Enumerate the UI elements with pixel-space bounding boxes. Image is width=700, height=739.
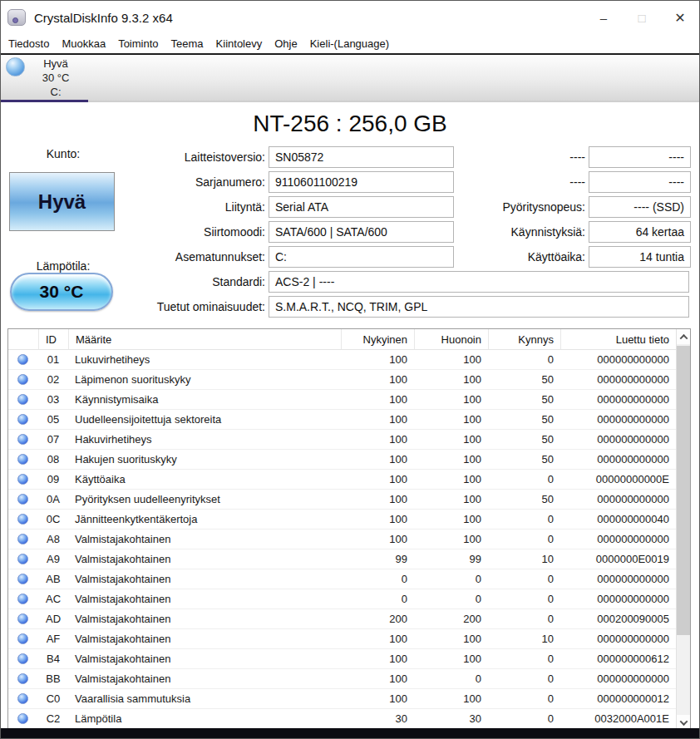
attribute-orb-icon-cell (8, 394, 38, 405)
cell-worst: 100 (414, 373, 488, 386)
cell-raw-value: 000000000000 (560, 493, 690, 505)
cell-worst: 100 (414, 433, 488, 446)
field-rotation-rate-value[interactable]: ---- (SSD) (589, 196, 691, 218)
table-row[interactable]: 02 Läpimenon suorituskyky 100 100 50 000… (8, 370, 690, 390)
cell-raw-value: 000000000000 (560, 633, 690, 645)
field-power-on-count-value[interactable]: 64 kertaa (589, 221, 691, 243)
cell-current: 100 (341, 633, 414, 645)
attribute-orb-icon (17, 354, 28, 365)
table-row[interactable]: 0A Pyörityksen uudelleenyritykset 100 10… (8, 490, 690, 510)
table-row[interactable]: 09 Käyttöaika 100 100 0 00000000000E (8, 470, 690, 490)
field-blank-2-value[interactable]: ---- (589, 171, 691, 193)
cell-current: 100 (341, 513, 414, 525)
close-button[interactable]: ✕ (661, 1, 699, 34)
field-transfer-mode-value[interactable]: SATA/600 | SATA/600 (269, 221, 454, 243)
field-serial: Sarjanumero: 9110601100219 (1, 171, 454, 193)
cell-id: 03 (38, 393, 68, 406)
table-row[interactable]: 05 Uudelleensijoitettuja sektoreita 100 … (8, 410, 690, 430)
field-serial-label: Sarjanumero: (1, 175, 265, 189)
cell-attribute-name: Pyörityksen uudelleenyritykset (68, 493, 341, 505)
attribute-orb-icon-cell (8, 554, 38, 564)
field-standard-label: Standardi: (1, 275, 265, 288)
table-row[interactable]: 03 Käynnistymisaika 100 100 50 000000000… (8, 390, 690, 410)
menu-item-kiintolevy[interactable]: Kiintolevy (216, 37, 263, 50)
field-drive-letter-label: Asematunnukset: (1, 250, 265, 264)
attribute-orb-icon-cell (8, 514, 38, 525)
field-blank-1-label: ---- (466, 150, 585, 164)
table-row[interactable]: A9 Valmistajakohtainen 99 99 10 0000000E… (8, 549, 690, 569)
attribute-orb-icon-cell (8, 633, 38, 644)
table-row[interactable]: C2 Lämpötila 30 30 0 0032000A001E (8, 709, 690, 729)
active-tab-indicator (1, 100, 88, 102)
table-row[interactable]: BB Valmistajakohtainen 100 0 0 000000000… (8, 669, 690, 689)
smart-attribute-table: ID Määrite Nykyinen Huonoin Kynnys Luett… (7, 328, 691, 731)
attribute-orb-icon (17, 494, 28, 505)
menu-item-teema[interactable]: Teema (171, 37, 204, 50)
scrollbar-thumb[interactable] (677, 346, 691, 635)
tab-status: Hyvä (30, 57, 81, 71)
cell-id: 05 (38, 413, 68, 426)
table-row[interactable]: 08 Hakujen suorituskyky 100 100 50 00000… (8, 450, 690, 470)
field-serial-value[interactable]: 9110601100219 (269, 171, 454, 193)
field-firmware-value[interactable]: SN05872 (269, 146, 454, 168)
attribute-orb-icon-cell (8, 374, 38, 385)
drive-tab-text: Hyvä 30 °C C: (30, 57, 81, 101)
header-current: Nykyinen (341, 329, 414, 349)
menu-item-tiedosto[interactable]: Tiedosto (8, 37, 49, 50)
field-interface-value[interactable]: Serial ATA (269, 196, 454, 218)
cell-id: AF (38, 633, 68, 645)
menu-item-ohje[interactable]: Ohje (274, 37, 297, 50)
attribute-orb-icon-cell (8, 454, 38, 465)
menu-item-kieli[interactable]: Kieli-(Language) (310, 37, 389, 50)
field-blank-1-value[interactable]: ---- (589, 146, 691, 168)
menu-item-muokkaa[interactable]: Muokkaa (62, 37, 106, 50)
cell-threshold: 0 (488, 653, 560, 665)
cell-raw-value: 000000000000 (560, 593, 690, 605)
cell-worst: 100 (414, 692, 488, 705)
cell-current: 100 (341, 413, 414, 426)
attribute-orb-icon-cell (8, 414, 38, 425)
scrollbar-up-button[interactable] (677, 329, 691, 344)
table-row[interactable]: AB Valmistajakohtainen 0 0 0 00000000000… (8, 569, 690, 589)
table-row[interactable]: AC Valmistajakohtainen 0 0 0 00000000000… (8, 589, 690, 609)
table-row[interactable]: AF Valmistajakohtainen 100 100 10 000000… (8, 629, 690, 649)
field-standard-value[interactable]: ACS-2 | ---- (269, 271, 689, 293)
cell-threshold: 0 (488, 672, 560, 685)
drive-tab-c[interactable]: Hyvä 30 °C C: (1, 55, 88, 101)
cell-attribute-name: Valmistajakohtainen (68, 653, 341, 665)
cell-worst: 100 (414, 393, 488, 406)
field-transfer-mode-label: Siirtomoodi: (1, 225, 265, 239)
chevron-down-icon (680, 717, 688, 726)
field-power-on-count: Käynnistyksiä: 64 kertaa (466, 221, 691, 243)
cell-worst: 100 (414, 473, 488, 485)
cell-id: 08 (38, 453, 68, 466)
table-vertical-scrollbar[interactable] (676, 329, 690, 730)
table-row[interactable]: 01 Lukuvirhetiheys 100 100 0 00000000000… (8, 350, 690, 370)
table-row[interactable]: AD Valmistajakohtainen 200 200 0 0002000… (8, 609, 690, 629)
maximize-button[interactable]: □ (623, 1, 661, 34)
menu-item-toiminto[interactable]: Toiminto (118, 37, 158, 50)
minimize-button[interactable]: – (584, 1, 623, 34)
table-row[interactable]: 0C Jännitteenkytkentäkertoja 100 100 0 0… (8, 510, 690, 530)
cell-attribute-name: Lukuvirhetiheys (68, 353, 341, 366)
field-power-on-hours: Käyttöaika: 14 tuntia (466, 246, 691, 268)
field-drive-letter-value[interactable]: C: (269, 246, 454, 268)
cell-threshold: 10 (488, 633, 560, 645)
cell-current: 200 (341, 613, 414, 625)
cell-worst: 100 (414, 653, 488, 665)
table-row[interactable]: C0 Vaarallisia sammutuksia 100 100 0 000… (8, 689, 690, 709)
cell-attribute-name: Läpimenon suorituskyky (68, 373, 341, 386)
cell-id: B4 (38, 653, 68, 665)
cell-raw-value: 000000000000 (560, 373, 690, 386)
cell-worst: 100 (414, 413, 488, 426)
cell-current: 100 (341, 653, 414, 665)
attribute-orb-icon (17, 633, 28, 644)
field-transfer-mode: Siirtomoodi: SATA/600 | SATA/600 (1, 221, 454, 243)
field-features-value[interactable]: S.M.A.R.T., NCQ, TRIM, GPL (269, 296, 689, 318)
attribute-orb-icon (17, 673, 28, 684)
table-row[interactable]: 07 Hakuvirhetiheys 100 100 50 0000000000… (8, 430, 690, 450)
field-power-on-hours-value[interactable]: 14 tuntia (589, 246, 691, 268)
table-row[interactable]: A8 Valmistajakohtainen 100 100 0 0000000… (8, 530, 690, 549)
table-row[interactable]: B4 Valmistajakohtainen 100 100 0 0000000… (8, 649, 690, 669)
cell-attribute-name: Käyttöaika (68, 473, 341, 485)
